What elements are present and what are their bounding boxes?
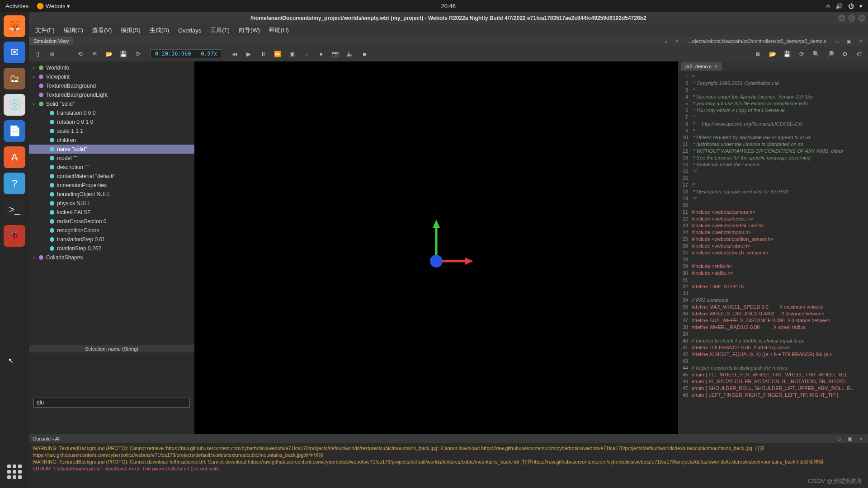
- bug-icon[interactable]: 🐞: [4, 225, 25, 247]
- software-icon[interactable]: A: [4, 146, 25, 168]
- firefox-icon[interactable]: 🦊: [4, 15, 25, 37]
- console-output[interactable]: WARNING: TexturedBackground (PROTO): Can…: [29, 443, 868, 488]
- console-max-icon[interactable]: ▣: [846, 435, 854, 442]
- tree-node[interactable]: TexturedBackground: [29, 81, 194, 90]
- menu-view[interactable]: 查看(V): [92, 26, 112, 34]
- tree-node[interactable]: translationStep 0.01: [29, 235, 194, 244]
- maximize-button[interactable]: □: [848, 14, 855, 22]
- files-icon[interactable]: 🗂: [4, 68, 25, 89]
- tab-simulation[interactable]: Simulation View: [29, 37, 73, 45]
- play-icon[interactable]: ▶: [244, 49, 254, 59]
- skip-back-icon[interactable]: ⏮: [229, 49, 239, 59]
- menu-sim[interactable]: 模拟(S): [121, 26, 140, 34]
- tree-node[interactable]: rotationStep 0.262: [29, 244, 194, 253]
- menu-tools[interactable]: 工具(T): [210, 26, 230, 34]
- sim-close-icon[interactable]: ×: [674, 38, 681, 45]
- tree-node[interactable]: locked FALSE: [29, 208, 194, 217]
- scene-tree[interactable]: >WorldInfo>ViewpointTexturedBackgroundTe…: [29, 61, 194, 345]
- volume-icon[interactable]: 🔊: [835, 3, 843, 9]
- open-icon[interactable]: 📂: [104, 49, 114, 59]
- tree-node[interactable]: vSolid "solid": [29, 99, 194, 108]
- tag-icon[interactable]: 🏷: [854, 49, 864, 59]
- tree-node[interactable]: physics NULL: [29, 199, 194, 208]
- close-tab-icon[interactable]: ×: [714, 64, 717, 69]
- network-icon[interactable]: ⎋: [826, 3, 830, 9]
- menu-edit[interactable]: 编辑(E): [64, 26, 83, 34]
- sim-restore-icon[interactable]: □: [662, 38, 669, 45]
- app-menu[interactable]: 🟠 Webots ▾: [37, 3, 70, 9]
- console-close-icon[interactable]: ×: [857, 435, 864, 442]
- apps-grid-icon[interactable]: [4, 461, 25, 483]
- webots-window: /home/anan/Documents/my_project/worlds/e…: [29, 12, 868, 488]
- window-title: /home/anan/Documents/my_project/worlds/e…: [33, 15, 863, 21]
- tree-node[interactable]: translation 0 0 0: [29, 108, 194, 117]
- workspace: >WorldInfo>ViewpointTexturedBackgroundTe…: [29, 61, 868, 434]
- stop-icon[interactable]: ■: [359, 49, 369, 59]
- tree-node[interactable]: rotation 0 0 1 0: [29, 117, 194, 127]
- menu-wizard[interactable]: 向导(W): [239, 26, 260, 34]
- editor-max-icon[interactable]: ▣: [845, 38, 853, 45]
- code-editor-panel: pr2_demo.c × 1/*2 * Copyright 1996-2021 …: [678, 61, 868, 434]
- editor-close-icon[interactable]: ×: [857, 38, 864, 45]
- name-input[interactable]: [33, 398, 190, 408]
- tree-node[interactable]: description "": [29, 163, 194, 172]
- close-button[interactable]: ×: [858, 14, 865, 22]
- tree-node[interactable]: scale 1 1 1: [29, 127, 194, 136]
- tree-node[interactable]: recognitionColors: [29, 226, 194, 235]
- 3d-viewport[interactable]: [194, 61, 678, 434]
- search-icon[interactable]: 🔍: [811, 49, 821, 59]
- sim-time: 0:20:36:960 - 0.97x: [150, 49, 222, 58]
- menu-help[interactable]: 帮助(H): [269, 26, 289, 34]
- tree-node[interactable]: >Viewpoint: [29, 72, 194, 81]
- console-restore-icon[interactable]: □: [835, 435, 843, 442]
- terminal-icon[interactable]: >_: [4, 199, 25, 221]
- tree-node[interactable]: >ColladaShapes: [29, 253, 194, 262]
- new-file-icon[interactable]: 🗎: [753, 49, 763, 59]
- sound-icon[interactable]: 🔈: [345, 49, 355, 59]
- reload-icon[interactable]: ⟲: [75, 49, 85, 59]
- chevron-down-icon[interactable]: ▾: [859, 3, 863, 9]
- console-panel: Console - All □ ▣ × WARNING: TexturedBac…: [29, 434, 868, 488]
- tree-node[interactable]: TexturedBackgroundLight: [29, 90, 194, 99]
- axis-gizmo: [396, 207, 477, 288]
- fast-forward-icon[interactable]: ⏩: [273, 49, 283, 59]
- replace-icon[interactable]: 🔎: [826, 49, 835, 59]
- thunderbird-icon[interactable]: ✉: [4, 42, 25, 63]
- tree-node[interactable]: immersionProperties: [29, 181, 194, 190]
- editor-restore-icon[interactable]: □: [834, 38, 841, 45]
- pause-icon[interactable]: ⏸: [258, 49, 268, 59]
- activities-button[interactable]: Activities: [5, 3, 28, 9]
- settings-icon[interactable]: ⚙: [840, 49, 850, 59]
- tree-node[interactable]: radarCrossSection 0: [29, 217, 194, 226]
- tree-node[interactable]: boundingObject NULL: [29, 190, 194, 199]
- toolbar: ▯ ⊕ ⟲ 👁 📂 💾 ⟳ 0:20:36:960 - 0.97x ⏮ ▶ ⏸ …: [29, 46, 868, 61]
- save-icon[interactable]: 💾: [118, 49, 128, 59]
- open-file-icon[interactable]: 📂: [768, 49, 778, 59]
- refresh-file-icon[interactable]: ⟳: [797, 49, 807, 59]
- toggle-panel-icon[interactable]: ▯: [33, 49, 42, 59]
- help-icon[interactable]: ?: [4, 173, 25, 194]
- clock[interactable]: 20:46: [70, 3, 826, 9]
- tree-node[interactable]: name "solid": [29, 145, 194, 154]
- menu-file[interactable]: 文件(F): [35, 26, 55, 34]
- camera-icon[interactable]: 📷: [330, 49, 340, 59]
- writer-icon[interactable]: 📄: [4, 120, 25, 142]
- power-icon[interactable]: ⏻: [848, 3, 854, 9]
- code-area[interactable]: 1/*2 * Copyright 1996-2021 Cyberbotics L…: [678, 71, 868, 434]
- tree-node[interactable]: >WorldInfo: [29, 63, 194, 72]
- menu-build[interactable]: 生成(B): [150, 26, 169, 34]
- editor-tab[interactable]: pr2_demo.c ×: [681, 62, 722, 70]
- reset-icon[interactable]: ⟳: [133, 49, 143, 59]
- list-icon[interactable]: ≡: [302, 49, 311, 59]
- menu-overlays[interactable]: Overlays: [178, 27, 201, 34]
- tree-node[interactable]: contactMaterial "default": [29, 172, 194, 181]
- minimize-button[interactable]: ‒: [838, 14, 845, 22]
- tree-node[interactable]: children: [29, 136, 194, 145]
- save-file-icon[interactable]: 💾: [782, 49, 792, 59]
- record-icon[interactable]: ●: [316, 49, 326, 59]
- disk-icon[interactable]: 💿: [4, 94, 25, 116]
- add-node-icon[interactable]: ⊕: [47, 49, 57, 59]
- tree-node[interactable]: model "": [29, 154, 194, 163]
- visibility-icon[interactable]: 👁: [90, 49, 99, 59]
- window-icon[interactable]: ▣: [287, 49, 297, 59]
